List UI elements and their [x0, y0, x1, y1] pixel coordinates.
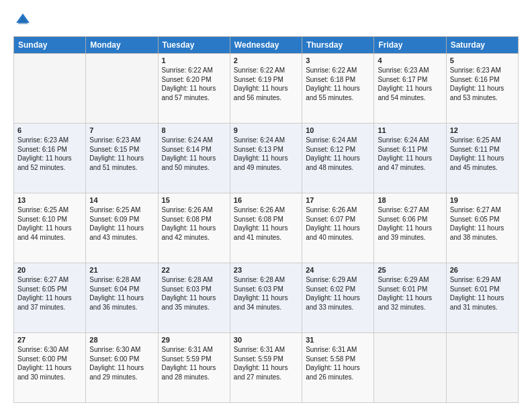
col-header-sunday: Sunday	[14, 37, 86, 54]
cell-info: Sunrise: 6:23 AMSunset: 6:16 PMDaylight:…	[450, 66, 515, 102]
day-number: 6	[17, 126, 82, 134]
calendar-cell: 10Sunrise: 6:24 AMSunset: 6:12 PMDayligh…	[302, 124, 374, 193]
week-row-1: 1Sunrise: 6:22 AMSunset: 6:20 PMDaylight…	[14, 54, 519, 124]
cell-info: Sunrise: 6:24 AMSunset: 6:14 PMDaylight:…	[162, 136, 226, 172]
calendar-cell: 30Sunrise: 6:31 AMSunset: 5:59 PMDayligh…	[230, 333, 302, 403]
calendar-cell: 11Sunrise: 6:24 AMSunset: 6:11 PMDayligh…	[374, 124, 446, 193]
col-header-wednesday: Wednesday	[230, 37, 302, 54]
cell-info: Sunrise: 6:25 AMSunset: 6:09 PMDaylight:…	[89, 205, 154, 242]
cell-info: Sunrise: 6:30 AMSunset: 6:00 PMDaylight:…	[89, 345, 154, 381]
calendar-cell: 4Sunrise: 6:23 AMSunset: 6:17 PMDaylight…	[374, 54, 446, 124]
calendar-cell: 18Sunrise: 6:27 AMSunset: 6:06 PMDayligh…	[374, 193, 446, 263]
calendar-cell: 31Sunrise: 6:31 AMSunset: 5:58 PMDayligh…	[302, 333, 374, 403]
calendar-cell	[374, 333, 446, 403]
cell-info: Sunrise: 6:31 AMSunset: 5:58 PMDaylight:…	[306, 345, 370, 381]
day-number: 11	[378, 126, 442, 134]
calendar-cell	[86, 54, 158, 124]
cell-info: Sunrise: 6:22 AMSunset: 6:20 PMDaylight:…	[162, 66, 226, 102]
calendar-cell: 8Sunrise: 6:24 AMSunset: 6:14 PMDaylight…	[158, 124, 230, 193]
cell-info: Sunrise: 6:27 AMSunset: 6:06 PMDaylight:…	[378, 205, 442, 242]
calendar-cell: 20Sunrise: 6:27 AMSunset: 6:05 PMDayligh…	[14, 263, 86, 333]
day-number: 20	[17, 266, 82, 274]
day-number: 25	[378, 266, 442, 274]
header	[13, 11, 519, 30]
cell-info: Sunrise: 6:26 AMSunset: 6:07 PMDaylight:…	[306, 205, 370, 242]
cell-info: Sunrise: 6:29 AMSunset: 6:01 PMDaylight:…	[378, 275, 442, 312]
day-number: 8	[162, 126, 226, 134]
day-number: 27	[17, 336, 82, 344]
calendar-cell: 15Sunrise: 6:26 AMSunset: 6:08 PMDayligh…	[158, 193, 230, 263]
day-number: 26	[450, 266, 515, 274]
day-number: 12	[450, 126, 515, 134]
cell-info: Sunrise: 6:28 AMSunset: 6:03 PMDaylight:…	[162, 275, 226, 312]
calendar-cell: 17Sunrise: 6:26 AMSunset: 6:07 PMDayligh…	[302, 193, 374, 263]
cell-info: Sunrise: 6:30 AMSunset: 6:00 PMDaylight:…	[17, 345, 82, 381]
cell-info: Sunrise: 6:29 AMSunset: 6:02 PMDaylight:…	[306, 275, 370, 312]
cell-info: Sunrise: 6:28 AMSunset: 6:03 PMDaylight:…	[234, 275, 298, 312]
calendar-cell: 26Sunrise: 6:29 AMSunset: 6:01 PMDayligh…	[446, 263, 518, 333]
calendar-cell: 25Sunrise: 6:29 AMSunset: 6:01 PMDayligh…	[374, 263, 446, 333]
day-number: 30	[234, 336, 298, 344]
calendar-cell: 6Sunrise: 6:23 AMSunset: 6:16 PMDaylight…	[14, 124, 86, 193]
cell-info: Sunrise: 6:24 AMSunset: 6:11 PMDaylight:…	[378, 136, 442, 172]
calendar-cell: 23Sunrise: 6:28 AMSunset: 6:03 PMDayligh…	[230, 263, 302, 333]
cell-info: Sunrise: 6:26 AMSunset: 6:08 PMDaylight:…	[162, 205, 226, 242]
day-number: 2	[234, 56, 298, 64]
cell-info: Sunrise: 6:24 AMSunset: 6:12 PMDaylight:…	[306, 136, 370, 172]
day-number: 3	[306, 56, 370, 64]
calendar-cell: 24Sunrise: 6:29 AMSunset: 6:02 PMDayligh…	[302, 263, 374, 333]
cell-info: Sunrise: 6:27 AMSunset: 6:05 PMDaylight:…	[450, 205, 515, 242]
calendar-cell: 13Sunrise: 6:25 AMSunset: 6:10 PMDayligh…	[14, 193, 86, 263]
col-header-saturday: Saturday	[446, 37, 518, 54]
cell-info: Sunrise: 6:25 AMSunset: 6:10 PMDaylight:…	[17, 205, 82, 242]
calendar-cell: 9Sunrise: 6:24 AMSunset: 6:13 PMDaylight…	[230, 124, 302, 193]
day-number: 15	[162, 196, 226, 204]
cell-info: Sunrise: 6:28 AMSunset: 6:04 PMDaylight:…	[89, 275, 154, 312]
day-number: 22	[162, 266, 226, 274]
cell-info: Sunrise: 6:26 AMSunset: 6:08 PMDaylight:…	[234, 205, 298, 242]
calendar-table: SundayMondayTuesdayWednesdayThursdayFrid…	[13, 36, 519, 403]
logo	[13, 11, 35, 30]
week-row-4: 20Sunrise: 6:27 AMSunset: 6:05 PMDayligh…	[14, 263, 519, 333]
calendar-cell: 5Sunrise: 6:23 AMSunset: 6:16 PMDaylight…	[446, 54, 518, 124]
week-row-3: 13Sunrise: 6:25 AMSunset: 6:10 PMDayligh…	[14, 193, 519, 263]
week-row-2: 6Sunrise: 6:23 AMSunset: 6:16 PMDaylight…	[14, 124, 519, 193]
calendar-cell: 2Sunrise: 6:22 AMSunset: 6:19 PMDaylight…	[230, 54, 302, 124]
calendar-cell: 22Sunrise: 6:28 AMSunset: 6:03 PMDayligh…	[158, 263, 230, 333]
col-header-tuesday: Tuesday	[158, 37, 230, 54]
day-number: 21	[89, 266, 154, 274]
cell-info: Sunrise: 6:27 AMSunset: 6:05 PMDaylight:…	[17, 275, 82, 312]
col-header-thursday: Thursday	[302, 37, 374, 54]
cell-info: Sunrise: 6:29 AMSunset: 6:01 PMDaylight:…	[450, 275, 515, 312]
calendar-cell: 27Sunrise: 6:30 AMSunset: 6:00 PMDayligh…	[14, 333, 86, 403]
day-number: 16	[234, 196, 298, 204]
cell-info: Sunrise: 6:23 AMSunset: 6:15 PMDaylight:…	[89, 136, 154, 172]
calendar-cell: 28Sunrise: 6:30 AMSunset: 6:00 PMDayligh…	[86, 333, 158, 403]
calendar-cell	[14, 54, 86, 124]
calendar-cell: 21Sunrise: 6:28 AMSunset: 6:04 PMDayligh…	[86, 263, 158, 333]
day-number: 23	[234, 266, 298, 274]
calendar-cell: 14Sunrise: 6:25 AMSunset: 6:09 PMDayligh…	[86, 193, 158, 263]
calendar-cell: 19Sunrise: 6:27 AMSunset: 6:05 PMDayligh…	[446, 193, 518, 263]
day-number: 14	[89, 196, 154, 204]
page: SundayMondayTuesdayWednesdayThursdayFrid…	[0, 0, 532, 411]
day-number: 5	[450, 56, 515, 64]
cell-info: Sunrise: 6:24 AMSunset: 6:13 PMDaylight:…	[234, 136, 298, 172]
day-number: 7	[89, 126, 154, 134]
week-row-5: 27Sunrise: 6:30 AMSunset: 6:00 PMDayligh…	[14, 333, 519, 403]
calendar-cell: 12Sunrise: 6:25 AMSunset: 6:11 PMDayligh…	[446, 124, 518, 193]
day-number: 29	[162, 336, 226, 344]
calendar-cell	[446, 333, 518, 403]
day-number: 1	[162, 56, 226, 64]
col-header-friday: Friday	[374, 37, 446, 54]
calendar-cell: 16Sunrise: 6:26 AMSunset: 6:08 PMDayligh…	[230, 193, 302, 263]
day-number: 28	[89, 336, 154, 344]
day-number: 31	[306, 336, 370, 344]
cell-info: Sunrise: 6:22 AMSunset: 6:18 PMDaylight:…	[306, 66, 370, 102]
day-number: 18	[378, 196, 442, 204]
logo-icon	[13, 11, 32, 30]
cell-info: Sunrise: 6:22 AMSunset: 6:19 PMDaylight:…	[234, 66, 298, 102]
calendar-cell: 3Sunrise: 6:22 AMSunset: 6:18 PMDaylight…	[302, 54, 374, 124]
cell-info: Sunrise: 6:31 AMSunset: 5:59 PMDaylight:…	[162, 345, 226, 381]
day-number: 17	[306, 196, 370, 204]
